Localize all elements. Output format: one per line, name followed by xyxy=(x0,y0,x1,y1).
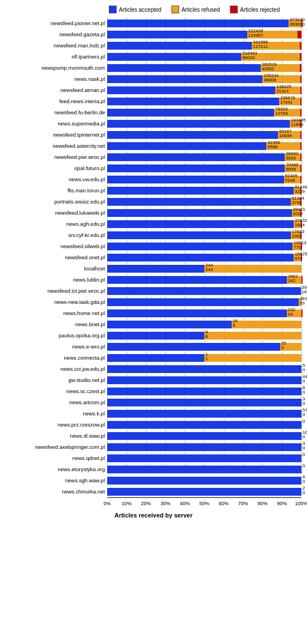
table-row: news.prz.rzeszow.pl0 xyxy=(6,419,301,430)
table-row: newsfeed.fu-berlin.de7810312733 xyxy=(6,107,301,118)
bar-track xyxy=(107,164,301,172)
bar-track xyxy=(107,376,301,384)
bar-refused xyxy=(275,86,300,94)
bar-track xyxy=(107,198,301,206)
bar-area: 30 xyxy=(107,397,301,408)
legend-rejected: Articles rejected xyxy=(230,6,280,13)
bar-numbers: 44100 xyxy=(303,375,307,384)
table-row: newsfeed.man.lodz.pl341996117111 xyxy=(6,40,301,51)
bar-area: 513642792 xyxy=(107,196,301,207)
table-row: news.e-wro.pl253 xyxy=(6,341,301,352)
bar-accepted xyxy=(107,321,232,328)
bar-area: 13667617441 xyxy=(107,96,301,106)
table-row: newsfeed.axelspringer.com.pl30 xyxy=(6,442,301,452)
row-label: news.agh.edu.pl xyxy=(6,221,107,227)
bar-refused xyxy=(204,354,301,362)
bar-track xyxy=(107,98,301,105)
row-label: newsfeed.ict.pwr.wroc.pl xyxy=(6,288,107,294)
bar-refused xyxy=(285,153,300,161)
table-row: news.sc.czest.pl80 xyxy=(6,386,301,396)
row-label: newspump.monmouth.com xyxy=(6,65,107,71)
bar-track xyxy=(107,354,301,362)
bar-accepted xyxy=(107,31,247,38)
table-row: news.coi.pw.edu.pl50 xyxy=(6,364,301,374)
bar-numbers: 60 xyxy=(303,475,305,484)
bar-refused xyxy=(287,276,301,284)
row-label: news.k.pl xyxy=(6,410,107,417)
bar-refused xyxy=(292,243,301,250)
row-label: newsfeed.man.lodz.pl xyxy=(6,42,107,49)
bar-numbers: 10050 xyxy=(303,430,307,439)
bar-rejected xyxy=(300,86,301,94)
bar-numbers: 57860 xyxy=(303,408,307,417)
bar-track xyxy=(107,265,301,273)
bar-track xyxy=(107,31,301,38)
bar-refused xyxy=(284,176,301,183)
table-row: news.nask.pl15523438909 xyxy=(6,74,301,84)
bar-track xyxy=(107,343,301,351)
bar-accepted xyxy=(107,131,278,139)
bar-area: 253 xyxy=(107,341,301,352)
bar-track xyxy=(107,454,301,462)
bar-accepted xyxy=(107,86,275,94)
bar-refused xyxy=(294,220,301,228)
bar-track xyxy=(107,231,301,239)
bar-area: 11 xyxy=(107,352,301,363)
legend-refused: Articles refused xyxy=(171,6,220,13)
bar-rejected xyxy=(300,153,301,161)
x-axis-labels: 0%10%20%30%40%50%60%70%80%90%100% xyxy=(107,501,301,509)
bar-refused xyxy=(261,64,300,72)
bar-accepted xyxy=(107,432,301,440)
bar-refused xyxy=(266,142,300,150)
bar-rejected xyxy=(300,109,301,117)
table-row: flis.man.torun.pl811463229 xyxy=(6,185,301,196)
bar-track xyxy=(107,131,301,139)
row-label: news.connecta.pl xyxy=(6,355,107,361)
table-row: srv.cyf-kr.edu.pl178331003 xyxy=(6,230,301,240)
table-row: newsfeed.astercity.net424569558 xyxy=(6,141,301,151)
bar-rejected xyxy=(300,164,301,172)
bar-area: 21646396020 xyxy=(107,51,301,62)
x-axis-label: 70% xyxy=(238,501,248,506)
bar-track xyxy=(107,332,301,340)
bar-area: 50 xyxy=(107,364,301,374)
bar-track xyxy=(107,109,301,117)
bar-area: 0 xyxy=(107,464,301,474)
bar-accepted xyxy=(107,120,290,128)
bar-track xyxy=(107,488,301,496)
row-label: newsfeed.silweb.pl xyxy=(6,243,107,249)
bar-area: 341996117111 xyxy=(107,40,301,51)
table-row: news.uw.edu.pl524055108 xyxy=(6,174,301,185)
row-label: paulus.opoka.org.pl xyxy=(6,332,107,338)
legend-refused-box xyxy=(171,6,179,13)
bar-rejected xyxy=(301,276,303,284)
bar-refused xyxy=(289,20,301,27)
table-row: newsfeed.silweb.pl16513770 xyxy=(6,241,301,251)
bar-accepted xyxy=(107,309,287,317)
bar-rejected xyxy=(300,131,301,139)
bar-area: 524055108 xyxy=(107,174,301,185)
bar-area: 44100 xyxy=(107,375,301,385)
bar-rejected xyxy=(300,187,301,195)
bar-numbers: 0 xyxy=(303,453,305,457)
bar-accepted xyxy=(107,209,292,217)
bar-rejected xyxy=(300,198,301,206)
bar-numbers: 50 xyxy=(303,364,305,372)
bar-track xyxy=(107,309,303,317)
bar-rejected xyxy=(300,142,301,150)
bar-track xyxy=(107,399,301,406)
chart-area: newsfeed.pionier.net.pl873030693663newsf… xyxy=(6,18,301,497)
table-row: localhost244244 xyxy=(6,263,301,274)
bar-track xyxy=(107,120,301,128)
bar-area: 2962242 xyxy=(107,274,303,285)
legend-accepted: Articles accepted xyxy=(109,6,161,13)
bar-refused xyxy=(247,31,298,38)
table-row: news-new.task.gda.pl381053 xyxy=(6,297,301,307)
bar-numbers: 30 xyxy=(303,397,305,406)
row-label: news.sgh.waw.pl xyxy=(6,477,107,483)
bar-area: 0 xyxy=(107,453,301,463)
bar-numbers: 80 xyxy=(303,386,305,395)
bar-accepted xyxy=(107,287,301,295)
x-axis-label: 80% xyxy=(257,501,267,506)
table-row: portraits.wsisiz.edu.pl513642792 xyxy=(6,196,301,207)
